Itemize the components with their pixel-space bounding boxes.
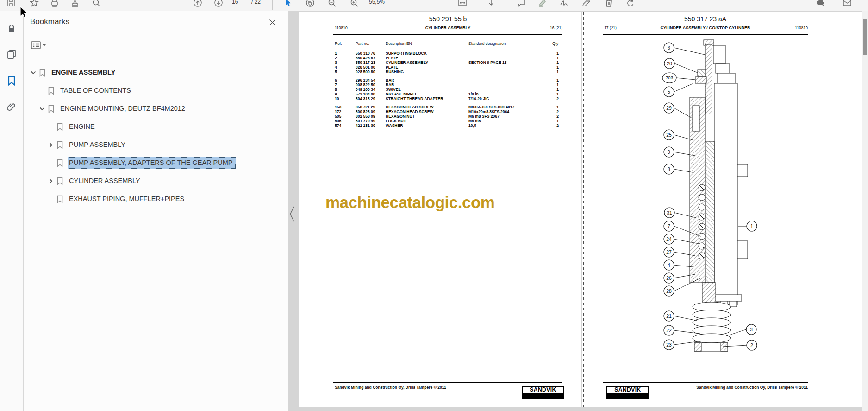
cell-std: SECTION 9 PAGE 18	[468, 60, 507, 65]
lock-icon[interactable]	[6, 23, 17, 35]
panel-mini-divider	[59, 39, 59, 53]
comment-icon[interactable]	[516, 0, 526, 8]
page-title: 550 317 23 aA	[603, 15, 808, 23]
table-row: 505802 558 09HEXAGON NUTM6 m8 SFS 20672	[333, 114, 562, 119]
star-icon[interactable]	[29, 0, 39, 8]
bookmark-item-2[interactable]: ENGINE MOUNTING, DEUTZ BF4M2012	[28, 100, 286, 118]
cell-desc: GREASE NIPPLE	[386, 92, 418, 96]
highlight-icon[interactable]	[537, 0, 548, 8]
svg-text:31: 31	[667, 210, 672, 215]
zoom-level-input[interactable]: 55,5%	[367, 0, 387, 6]
cell-qty: 1	[556, 56, 559, 60]
edit-icon[interactable]	[581, 0, 591, 8]
callout-5: 5	[664, 83, 693, 97]
svg-text:3: 3	[750, 327, 753, 332]
callout-29: 29	[664, 103, 692, 118]
cell-qty: 1	[556, 119, 559, 123]
cell-part: 804 318 29	[356, 96, 375, 101]
zoom-in-icon[interactable]	[349, 0, 359, 8]
cell-desc: STRAIGHT THREAD ADAPTER	[386, 96, 443, 101]
table-row: 153858 721 29HEXAGON HEAD SCREWM8X55-8.8…	[333, 105, 562, 109]
pdf-page-17: 550 317 23 aA 17 (21) CYLINDER ASSEMBLY …	[582, 12, 864, 407]
table-row: 2550 425 67PLATE1	[333, 56, 562, 60]
page-title: 550 291 55 b	[333, 15, 562, 23]
bookmark-item-3[interactable]: ENGINE	[28, 118, 286, 136]
close-icon[interactable]	[269, 19, 276, 26]
rule	[603, 34, 808, 35]
col-qty: Qty	[552, 41, 558, 46]
print-icon[interactable]	[50, 0, 60, 8]
delete-icon[interactable]	[604, 0, 614, 8]
save-icon[interactable]	[6, 0, 16, 8]
bookmark-item-7[interactable]: EXHAUST PIPING, MUFFLER+PIPES	[28, 190, 286, 208]
signature-icon[interactable]	[559, 0, 569, 8]
bookmark-label[interactable]: ENGINE MOUNTING, DEUTZ BF4M2012	[59, 103, 188, 114]
cell-desc: PLATE	[386, 56, 398, 60]
svg-text:703: 703	[666, 75, 673, 80]
bookmark-item-1[interactable]: TABLE OF CONTENTS	[28, 82, 286, 100]
bookmark-label[interactable]: PUMP ASSEMBLY	[68, 139, 129, 151]
hand-tool-icon[interactable]	[305, 0, 315, 8]
page-down-icon[interactable]	[213, 0, 224, 8]
watermark: machinecatalogic.com	[325, 193, 494, 212]
cell-part: 028 501 00	[356, 65, 375, 70]
bookmark-label[interactable]: PUMP ASSEMBLY, ADAPTERS OF THE GEAR PUMP	[68, 157, 236, 169]
paperclip-icon[interactable]	[6, 101, 17, 114]
bookmark-label[interactable]: ENGINE ASSEMBLY	[50, 67, 119, 78]
chevron-down-icon[interactable]	[29, 69, 37, 76]
scrollbar-thumb[interactable]	[863, 19, 867, 55]
callout-1: 1	[738, 221, 757, 231]
fit-width-icon[interactable]	[457, 0, 468, 8]
bookmark-item-4[interactable]: PUMP ASSEMBLY	[28, 136, 286, 154]
cell-desc: LOCK NUT	[386, 119, 406, 123]
panel-collapse-handle[interactable]	[288, 206, 296, 222]
top-toolbar: 16 / 22 55,5%	[0, 0, 868, 11]
vertical-scrollbar[interactable]	[862, 11, 868, 411]
svg-text:26: 26	[666, 275, 672, 281]
bookmark-ribbon-icon	[48, 87, 55, 95]
bookmark-icon[interactable]	[6, 75, 17, 87]
scroll-mode-icon[interactable]	[486, 0, 496, 8]
parts-table: 1550 310 76SUPPORTING BLOCK12550 425 67P…	[333, 51, 562, 132]
page-up-icon[interactable]	[193, 0, 203, 8]
svg-text:28: 28	[666, 288, 672, 294]
cell-desc: WASHER	[386, 123, 403, 128]
chevron-right-icon[interactable]	[47, 141, 55, 149]
cell-part: 550 317 23	[356, 60, 375, 65]
table-row: 172800 823 09HEXAGON HEAD SCREWM10x20m8.…	[333, 109, 562, 114]
chevron-right-icon[interactable]	[47, 177, 55, 185]
cell-qty: 1	[556, 65, 559, 70]
cell-desc: BUSHING	[386, 70, 404, 74]
chevron-spacer	[38, 87, 46, 95]
doc-number: 110810	[603, 25, 808, 30]
table-row: 7008 822 50BAR1	[333, 82, 562, 87]
bookmark-label[interactable]: CYLINDER ASSEMBLY	[68, 175, 144, 187]
zoom-out-icon[interactable]	[327, 0, 337, 8]
cell-part: 008 822 50	[356, 82, 375, 87]
cell-part: 572 104 00	[356, 92, 375, 96]
toolbar-divider	[506, 0, 506, 10]
pages-icon[interactable]	[6, 49, 17, 61]
bookmark-label[interactable]: EXHAUST PIPING, MUFFLER+PIPES	[68, 193, 187, 205]
email-icon[interactable]	[842, 0, 852, 8]
svg-text:27: 27	[666, 249, 672, 255]
rotate-icon[interactable]	[625, 0, 635, 8]
cell-desc: CYLINDER ASSEMBLY	[386, 60, 428, 65]
chevron-down-icon[interactable]	[38, 105, 46, 113]
cell-ref: 2	[335, 56, 337, 60]
bookmark-item-6[interactable]: CYLINDER ASSEMBLY	[28, 172, 286, 190]
bookmark-label[interactable]: TABLE OF CONTENTS	[59, 85, 134, 96]
share-cloud-icon[interactable]	[815, 0, 825, 8]
stamp-icon[interactable]	[70, 0, 80, 8]
bookmark-options-button[interactable]	[31, 40, 47, 51]
bookmark-item-0[interactable]: ENGINE ASSEMBLY	[28, 63, 286, 82]
svg-text:23: 23	[666, 342, 672, 348]
cell-desc: HEXAGON HEAD SCREW	[386, 105, 433, 109]
bookmark-label[interactable]: ENGINE	[68, 121, 98, 133]
page-number-input[interactable]: 16	[230, 0, 240, 6]
cell-ref: 172	[335, 109, 341, 114]
search-icon[interactable]	[91, 0, 101, 8]
bookmark-ribbon-icon	[56, 159, 63, 167]
bookmark-item-5[interactable]: PUMP ASSEMBLY, ADAPTERS OF THE GEAR PUMP	[28, 154, 286, 172]
select-tool-icon[interactable]	[282, 0, 293, 8]
